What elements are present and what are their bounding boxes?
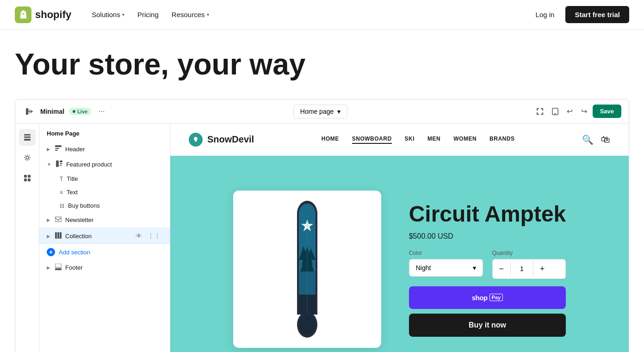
save-button[interactable]: Save xyxy=(593,105,621,118)
sidebar-item-newsletter[interactable]: ▶ Newsletter xyxy=(39,212,170,228)
arrow-icon: ▶ xyxy=(47,265,50,270)
svg-rect-16 xyxy=(60,161,62,162)
sidebar-item-featured-product[interactable]: ▼ Featured product xyxy=(39,157,170,172)
store-nav-women[interactable]: WOMEN xyxy=(453,136,477,144)
sidebar-sub-buy-buttons[interactable]: ⊟ Buy buttons xyxy=(39,199,170,212)
sidebar-item-footer[interactable]: ▶ Footer xyxy=(39,260,170,275)
snowboard-image xyxy=(284,200,330,339)
button-icon: ⊟ xyxy=(60,203,64,209)
customize-icon-button[interactable] xyxy=(19,149,36,166)
store-nav-home[interactable]: HOME xyxy=(322,136,339,144)
featured-product-icon xyxy=(56,161,62,168)
svg-rect-22 xyxy=(60,232,62,239)
sidebar-item-header[interactable]: ▶ Header xyxy=(39,142,170,157)
store-nav: SnowDevil HOME SNOWBOARD SKI MEN WOMEN B… xyxy=(170,124,629,156)
collection-actions: 👁 ⋮⋮ xyxy=(134,231,162,241)
sidebar-title: Home Page xyxy=(39,124,170,142)
sidebar-item-collection[interactable]: ▶ Collection 👁 ⋮⋮ xyxy=(39,228,170,244)
logo-text: shopify xyxy=(35,9,71,21)
color-option-group: Color Night ▾ xyxy=(409,250,483,279)
chevron-down-icon: ▾ xyxy=(122,12,124,17)
newsletter-label: Newsletter xyxy=(65,216,93,223)
editor-body: Home Page ▶ Header ▼ Featured product xyxy=(15,124,629,352)
apps-icon-button[interactable] xyxy=(19,170,36,186)
svg-rect-17 xyxy=(60,163,62,164)
svg-rect-23 xyxy=(55,264,62,267)
undo-button[interactable]: ↩ xyxy=(564,104,576,118)
store-nav-ski[interactable]: SKI xyxy=(405,136,415,144)
sidebar-sub-title[interactable]: T Title xyxy=(39,172,170,185)
svg-rect-1 xyxy=(26,108,28,115)
collection-label: Collection xyxy=(65,233,92,240)
text-body-icon: ≡ xyxy=(60,189,63,196)
svg-point-7 xyxy=(26,156,29,159)
color-select[interactable]: Night ▾ xyxy=(409,259,483,277)
svg-rect-11 xyxy=(28,179,31,181)
svg-point-37 xyxy=(299,315,316,335)
store-nav-brands[interactable]: BRANDS xyxy=(489,136,514,144)
svg-rect-13 xyxy=(55,148,59,149)
shop-pay-badge: Pay xyxy=(489,294,503,301)
svg-rect-14 xyxy=(55,150,58,151)
redo-button[interactable]: ↪ xyxy=(578,104,590,118)
chevron-down-icon: ▾ xyxy=(207,12,209,17)
arrow-down-icon: ▼ xyxy=(47,162,51,167)
nav-links: Solutions ▾ Pricing Resources ▾ xyxy=(86,7,214,22)
shopify-logo[interactable]: shopify xyxy=(15,6,71,23)
search-icon[interactable]: 🔍 xyxy=(582,134,594,145)
store-nav-snowboard[interactable]: SNOWBOARD xyxy=(352,136,392,144)
product-section: Circuit Amptek $500.00 USD Color Night ▾ xyxy=(170,156,629,352)
main-nav: shopify Solutions ▾ Pricing Resources ▾ … xyxy=(0,0,644,30)
svg-rect-15 xyxy=(56,161,59,167)
buy-now-button[interactable]: Buy it now xyxy=(409,314,566,337)
svg-rect-6 xyxy=(24,139,31,141)
svg-rect-19 xyxy=(55,217,62,222)
drag-handle-button[interactable]: ⋮⋮ xyxy=(146,231,162,241)
svg-rect-18 xyxy=(60,165,62,166)
start-trial-button[interactable]: Start free trial xyxy=(565,6,629,23)
arrow-icon: ▶ xyxy=(47,217,50,222)
login-link[interactable]: Log in xyxy=(530,7,560,22)
color-label: Color xyxy=(409,250,483,256)
back-icon-button[interactable] xyxy=(23,105,36,118)
arrow-icon: ▶ xyxy=(47,234,50,239)
sidebar-sub-text[interactable]: ≡ Text xyxy=(39,185,170,199)
solutions-link[interactable]: Solutions ▾ xyxy=(86,7,130,22)
store-name: SnowDevil xyxy=(207,134,254,145)
more-options-button[interactable]: ··· xyxy=(96,105,107,118)
product-details: Circuit Amptek $500.00 USD Color Night ▾ xyxy=(409,202,566,337)
theme-name: Minimal xyxy=(40,108,64,115)
store-nav-links: HOME SNOWBOARD SKI MEN WOMEN BRANDS xyxy=(322,136,515,144)
toolbar-center: Home page ▾ xyxy=(107,105,533,118)
svg-rect-0 xyxy=(22,13,25,14)
nav-left: shopify Solutions ▾ Pricing Resources ▾ xyxy=(15,6,215,23)
qty-increase-button[interactable]: + xyxy=(533,259,551,278)
cart-icon[interactable]: 🛍 xyxy=(601,134,610,145)
pricing-link[interactable]: Pricing xyxy=(132,7,164,22)
quantity-option-group: Quantity − 1 + xyxy=(492,250,566,279)
store-editor: Minimal Live ··· Home page ▾ ↩ ↪ Save xyxy=(15,99,629,352)
editor-preview: SnowDevil HOME SNOWBOARD SKI MEN WOMEN B… xyxy=(170,124,629,352)
nav-right: Log in Start free trial xyxy=(530,6,629,23)
visibility-toggle-button[interactable]: 👁 xyxy=(134,231,144,241)
chevron-down-icon: ▾ xyxy=(337,108,341,115)
mobile-icon-button[interactable] xyxy=(549,105,561,118)
shop-pay-logo: shop xyxy=(472,294,488,302)
page-selector[interactable]: Home page ▾ xyxy=(293,105,347,118)
sections-icon-button[interactable] xyxy=(19,129,36,146)
toolbar-left: Minimal Live ··· xyxy=(23,105,107,118)
chevron-down-icon: ▾ xyxy=(473,264,476,272)
qty-value: 1 xyxy=(510,260,533,277)
resources-link[interactable]: Resources ▾ xyxy=(166,7,215,22)
shop-pay-button[interactable]: shop Pay xyxy=(409,286,566,309)
sidebar-content: Home Page ▶ Header ▼ Featured product xyxy=(39,124,170,352)
quantity-control: − 1 + xyxy=(492,259,566,279)
editor-toolbar: Minimal Live ··· Home page ▾ ↩ ↪ Save xyxy=(15,99,629,124)
add-section-label: Add section xyxy=(59,249,90,256)
add-section-button[interactable]: + Add section xyxy=(39,244,170,260)
store-logo-icon xyxy=(189,133,203,147)
product-title: Circuit Amptek xyxy=(409,202,566,227)
expand-icon-button[interactable] xyxy=(533,105,546,118)
store-nav-men[interactable]: MEN xyxy=(427,136,440,144)
qty-decrease-button[interactable]: − xyxy=(493,259,511,278)
